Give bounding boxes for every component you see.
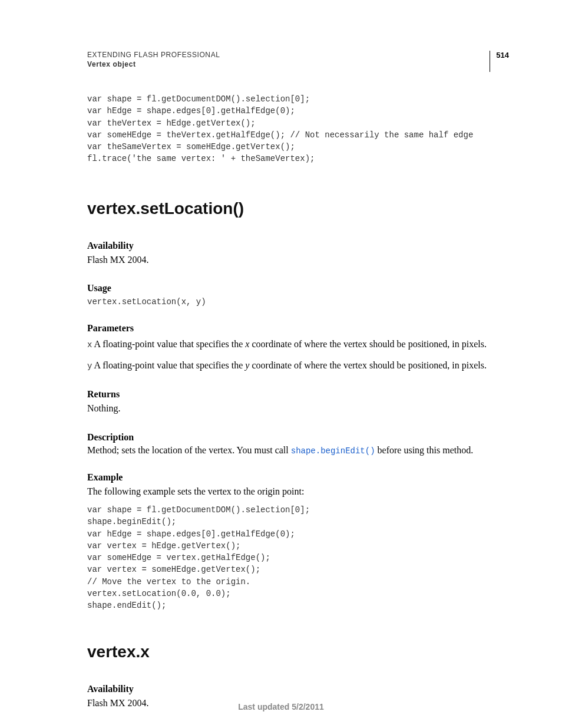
running-header: EXTENDING FLASH PROFESSIONAL Vertex obje… bbox=[87, 51, 503, 68]
header-divider bbox=[490, 51, 490, 72]
code-block-top: var shape = fl.getDocumentDOM().selectio… bbox=[87, 93, 503, 165]
label-availability-2: Availability bbox=[87, 684, 503, 694]
param-y: y A floating-point value that specifies … bbox=[87, 358, 503, 373]
heading-setlocation: vertex.setLocation() bbox=[87, 199, 503, 218]
param-x-post: coordinate of where the vertex should be… bbox=[249, 339, 487, 349]
param-x: x A floating-point value that specifies … bbox=[87, 337, 503, 351]
desc-pre: Method; sets the location of the vertex.… bbox=[87, 445, 291, 455]
page-number: 514 bbox=[496, 51, 509, 60]
param-y-post: coordinate of where the vertex should be… bbox=[249, 360, 487, 370]
code-usage: vertex.setLocation(x, y) bbox=[87, 297, 503, 307]
label-returns: Returns bbox=[87, 389, 503, 400]
code-block-example: var shape = fl.getDocumentDOM().selectio… bbox=[87, 504, 503, 612]
text-returns: Nothing. bbox=[87, 402, 503, 415]
header-subtitle: Vertex object bbox=[87, 60, 503, 68]
label-example: Example bbox=[87, 472, 503, 483]
header-title: EXTENDING FLASH PROFESSIONAL bbox=[87, 51, 503, 59]
label-availability: Availability bbox=[87, 241, 503, 251]
label-parameters: Parameters bbox=[87, 323, 503, 334]
text-description: Method; sets the location of the vertex.… bbox=[87, 445, 503, 456]
text-example-intro: The following example sets the vertex to… bbox=[87, 485, 503, 498]
label-usage: Usage bbox=[87, 283, 503, 294]
label-description: Description bbox=[87, 432, 503, 443]
param-y-pre: A floating-point value that specifies th… bbox=[92, 360, 245, 370]
link-shape-beginedit[interactable]: shape.beginEdit() bbox=[291, 446, 375, 456]
param-x-pre: A floating-point value that specifies th… bbox=[92, 339, 245, 349]
desc-post: before using this method. bbox=[375, 445, 474, 455]
page: 514 EXTENDING FLASH PROFESSIONAL Vertex … bbox=[0, 0, 562, 728]
footer-last-updated: Last updated 5/2/2011 bbox=[0, 702, 562, 711]
heading-vertex-x: vertex.x bbox=[87, 643, 503, 661]
text-availability: Flash MX 2004. bbox=[87, 253, 503, 266]
